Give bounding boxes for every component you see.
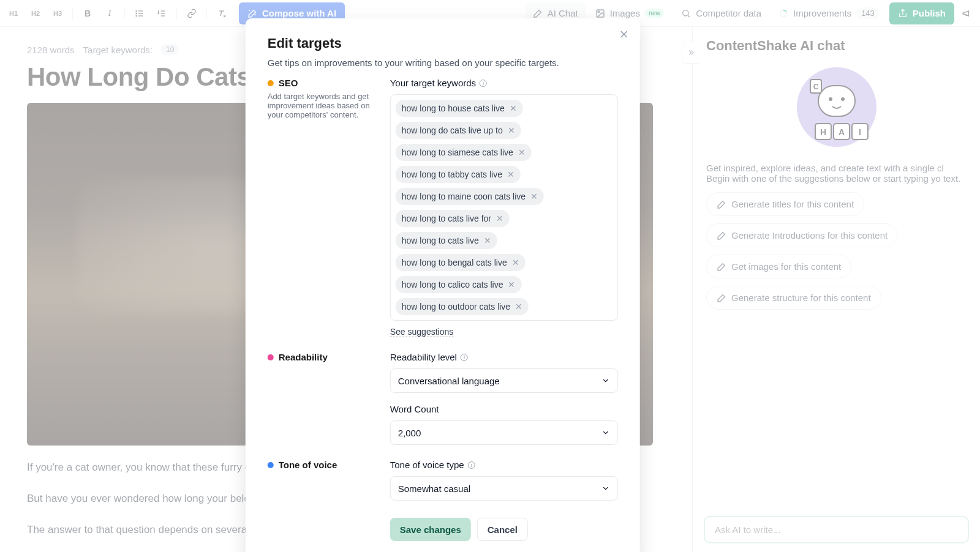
remove-tag-button[interactable]: ✕ xyxy=(484,236,491,245)
keyword-tag: how long to bengal cats live✕ xyxy=(396,254,526,271)
modal-backdrop[interactable]: Edit targets Get tips on improvements to… xyxy=(0,0,980,552)
remove-tag-button[interactable]: ✕ xyxy=(518,147,526,157)
keyword-tag-label: how long to house cats live xyxy=(402,103,505,113)
keyword-tag: how long to cats live for✕ xyxy=(396,210,510,227)
keyword-tag: how long to house cats live✕ xyxy=(396,100,523,117)
keyword-tag: how long to outdoor cats live✕ xyxy=(396,298,529,315)
word-count-label: Word Count xyxy=(390,404,618,414)
info-icon[interactable]: i xyxy=(480,80,487,87)
remove-tag-button[interactable]: ✕ xyxy=(508,280,515,289)
cancel-button[interactable]: Cancel xyxy=(477,518,528,541)
readability-section-label: Readability xyxy=(268,352,378,362)
keyword-tag: how long do cats live up to✕ xyxy=(396,122,521,139)
keyword-tag-label: how long to siamese cats live xyxy=(402,147,513,157)
remove-tag-button[interactable]: ✕ xyxy=(496,214,503,223)
chevron-down-icon xyxy=(601,484,610,493)
word-count-select[interactable]: 2,000 xyxy=(390,420,618,445)
word-count-value: 2,000 xyxy=(398,428,421,438)
edit-targets-modal: Edit targets Get tips on improvements to… xyxy=(246,18,640,552)
keyword-tag: how long to siamese cats live✕ xyxy=(396,144,532,161)
keywords-tag-input[interactable]: how long to house cats live✕how long do … xyxy=(390,94,618,321)
close-icon xyxy=(618,28,630,40)
keyword-tag: how long to calico cats live✕ xyxy=(396,276,522,293)
chevron-down-icon xyxy=(601,428,610,437)
remove-tag-button[interactable]: ✕ xyxy=(510,103,517,113)
keyword-tag-label: how long to cats live for xyxy=(402,214,491,223)
modal-subtitle: Get tips on improvements to your writing… xyxy=(268,58,618,68)
chevron-down-icon xyxy=(601,376,610,385)
readability-level-label: Readability leveli xyxy=(390,352,618,362)
tone-type-label: Tone of voice typei xyxy=(390,460,618,470)
keyword-tag-label: how long to outdoor cats live xyxy=(402,302,510,311)
see-suggestions-link[interactable]: See suggestions xyxy=(390,327,454,337)
remove-tag-button[interactable]: ✕ xyxy=(512,258,519,267)
keyword-tag-label: how long to tabby cats live xyxy=(402,170,502,179)
keyword-tag-label: how long to calico cats live xyxy=(402,280,503,289)
keyword-tag-label: how long to maine coon cats live xyxy=(402,192,526,201)
remove-tag-button[interactable]: ✕ xyxy=(530,192,538,201)
keyword-tag-label: how long to bengal cats live xyxy=(402,258,507,267)
tone-section-label: Tone of voice xyxy=(268,460,378,470)
tone-type-select[interactable]: Somewhat casual xyxy=(390,476,618,501)
keyword-tag-label: how long do cats live up to xyxy=(402,125,503,135)
keyword-tag: how long to maine coon cats live✕ xyxy=(396,188,544,205)
readability-level-select[interactable]: Conversational language xyxy=(390,368,618,393)
readability-level-value: Conversational language xyxy=(398,376,500,386)
modal-title: Edit targets xyxy=(268,35,618,51)
remove-tag-button[interactable]: ✕ xyxy=(515,302,522,311)
save-changes-button[interactable]: Save changes xyxy=(390,518,471,541)
info-icon[interactable]: i xyxy=(461,354,468,361)
keywords-field-label: Your target keywordsi xyxy=(390,78,618,88)
close-button[interactable] xyxy=(618,28,630,43)
keyword-tag: how long to cats live✕ xyxy=(396,232,497,249)
remove-tag-button[interactable]: ✕ xyxy=(508,125,515,135)
tone-type-value: Somewhat casual xyxy=(398,483,470,494)
seo-section-help: Add target keywords and get improvement … xyxy=(268,92,372,119)
seo-section-label: SEO xyxy=(268,78,378,88)
keyword-tag-label: how long to cats live xyxy=(402,236,479,245)
remove-tag-button[interactable]: ✕ xyxy=(507,170,514,179)
keyword-tag: how long to tabby cats live✕ xyxy=(396,166,521,183)
info-icon[interactable]: i xyxy=(468,461,475,469)
